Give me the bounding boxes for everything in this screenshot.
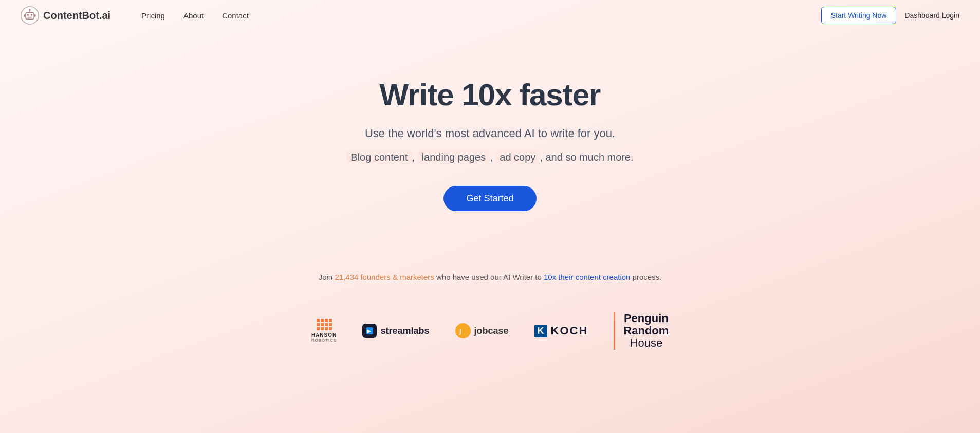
- social-suffix: process.: [630, 273, 661, 281]
- jobcase-text: jobcase: [474, 326, 509, 336]
- logo-icon: [21, 6, 39, 25]
- hero-title: Write 10x faster: [380, 77, 601, 112]
- logo-link[interactable]: ContentBot.ai: [21, 6, 110, 25]
- logo-penguin-random-house: Penguin Random House: [614, 312, 669, 350]
- hanson-sub: ROBOTICS: [311, 338, 337, 343]
- streamlabs-icon: ▶: [362, 324, 377, 338]
- svg-text:▶: ▶: [367, 328, 372, 334]
- start-writing-button[interactable]: Start Writing Now: [821, 7, 897, 24]
- social-prefix: Join: [319, 273, 335, 281]
- navbar: ContentBot.ai Pricing About Contact Star…: [0, 0, 980, 31]
- nav-contact[interactable]: Contact: [222, 11, 249, 20]
- penguin-name-line2: Random: [623, 325, 669, 337]
- logo-hanson-robotics: HANSON ROBOTICS: [311, 319, 337, 343]
- hero-section: Write 10x faster Use the world's most ad…: [0, 31, 980, 242]
- penguin-name-line1: Penguin: [623, 312, 669, 325]
- nav-pricing[interactable]: Pricing: [141, 11, 165, 20]
- svg-rect-8: [34, 14, 36, 17]
- svg-point-3: [31, 14, 33, 16]
- tag-comma2: ,: [490, 152, 495, 163]
- social-highlight1: 21,434 founders & marketers: [335, 273, 434, 281]
- social-proof-section: Join 21,434 founders & marketers who hav…: [0, 242, 980, 386]
- logo-text: ContentBot.ai: [43, 10, 110, 22]
- tag-suffix: , and so much more.: [540, 152, 633, 163]
- svg-text:j: j: [459, 327, 461, 335]
- logo-koch: K KOCH: [534, 324, 588, 337]
- tag-blog-content: Blog content: [346, 150, 412, 164]
- koch-name: KOCH: [551, 324, 588, 337]
- koch-k-icon: K: [534, 325, 547, 337]
- hanson-grid-icon: [317, 319, 332, 330]
- tag-landing-pages: landing pages: [418, 150, 490, 164]
- jobcase-icon: j: [455, 323, 471, 338]
- nav-about[interactable]: About: [183, 11, 204, 20]
- penguin-name-block: Penguin Random House: [623, 312, 669, 350]
- tag-comma1: ,: [412, 152, 418, 163]
- hero-tags: Blog content, landing pages, ad copy, an…: [346, 152, 633, 163]
- hero-subtitle: Use the world's most advanced AI to writ…: [365, 127, 615, 140]
- dashboard-login-button[interactable]: Dashboard Login: [904, 11, 959, 20]
- svg-point-6: [29, 9, 31, 11]
- svg-point-11: [456, 324, 470, 337]
- social-proof-text: Join 21,434 founders & marketers who hav…: [10, 273, 970, 281]
- logos-section: HANSON ROBOTICS ▶ streamlabs j jobcase: [10, 307, 970, 370]
- nav-right: Start Writing Now Dashboard Login: [821, 7, 959, 24]
- svg-point-2: [27, 14, 29, 16]
- penguin-name-line3: House: [623, 337, 669, 349]
- logo-streamlabs: ▶ streamlabs: [362, 324, 429, 338]
- social-highlight2: 10x their content creation: [544, 273, 630, 281]
- hanson-name: HANSON: [311, 332, 337, 338]
- get-started-button[interactable]: Get Started: [443, 186, 536, 211]
- streamlabs-text: streamlabs: [380, 326, 429, 336]
- logo-jobcase: j jobcase: [455, 323, 509, 338]
- svg-rect-4: [28, 17, 32, 18]
- tag-ad-copy: ad copy: [495, 150, 540, 164]
- nav-links: Pricing About Contact: [141, 11, 249, 20]
- svg-rect-7: [24, 14, 26, 17]
- social-middle: who have used our AI Writer to: [434, 273, 544, 281]
